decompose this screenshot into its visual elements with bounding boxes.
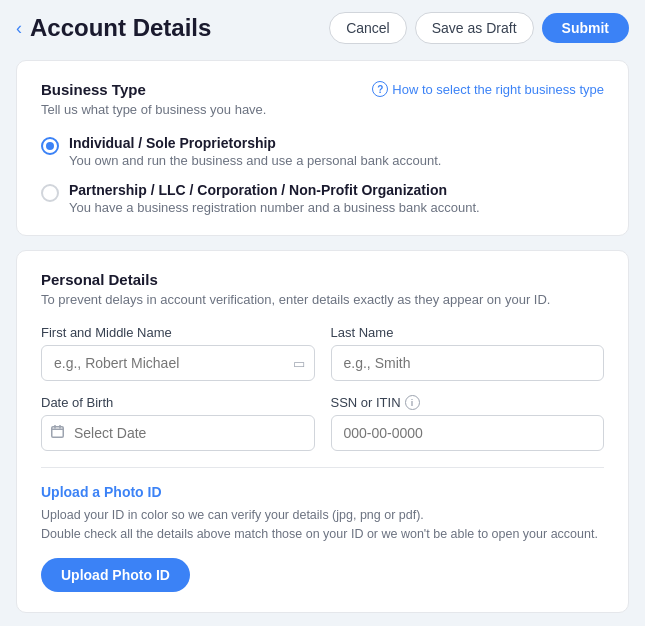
business-type-title: Business Type	[41, 81, 266, 98]
save-as-draft-button[interactable]: Save as Draft	[415, 12, 534, 44]
last-name-group: Last Name	[331, 325, 605, 381]
radio-llc-main: Partnership / LLC / Corporation / Non-Pr…	[69, 182, 480, 198]
last-name-label: Last Name	[331, 325, 605, 340]
ssn-label-row: SSN or ITIN i	[331, 395, 605, 410]
page-container: ‹ Account Details Cancel Save as Draft S…	[0, 0, 645, 626]
svg-rect-0	[52, 427, 64, 438]
last-name-input[interactable]	[331, 345, 605, 381]
business-type-subtitle: Tell us what type of business you have.	[41, 102, 266, 117]
business-type-card: Business Type Tell us what type of busin…	[16, 60, 629, 236]
ssn-info-icon: i	[405, 395, 420, 410]
personal-details-subtitle: To prevent delays in account verificatio…	[41, 292, 604, 307]
first-name-clear-icon: ▭	[293, 356, 305, 371]
dob-label: Date of Birth	[41, 395, 315, 410]
radio-option-llc[interactable]: Partnership / LLC / Corporation / Non-Pr…	[41, 182, 604, 215]
business-type-radio-group: Individual / Sole Proprietorship You own…	[41, 135, 604, 215]
header: ‹ Account Details Cancel Save as Draft S…	[16, 12, 629, 44]
ssn-group: SSN or ITIN i	[331, 395, 605, 451]
dob-input-wrapper	[41, 415, 315, 451]
radio-llc-sub: You have a business registration number …	[69, 200, 480, 215]
dob-ssn-row: Date of Birth SSN or ITIN	[41, 395, 604, 451]
upload-section-title: Upload a Photo ID	[41, 484, 604, 500]
first-name-label: First and Middle Name	[41, 325, 315, 340]
first-name-input-wrapper: ▭	[41, 345, 315, 381]
upload-description-line2: Double check all the details above match…	[41, 527, 598, 541]
business-type-header: Business Type Tell us what type of busin…	[41, 81, 604, 117]
name-row: First and Middle Name ▭ Last Name	[41, 325, 604, 381]
first-name-group: First and Middle Name ▭	[41, 325, 315, 381]
dob-input[interactable]	[41, 415, 315, 451]
radio-sole-main: Individual / Sole Proprietorship	[69, 135, 441, 151]
dob-group: Date of Birth	[41, 395, 315, 451]
header-left: ‹ Account Details	[16, 14, 211, 42]
radio-llc-label: Partnership / LLC / Corporation / Non-Pr…	[69, 182, 480, 215]
personal-details-title: Personal Details	[41, 271, 604, 288]
page-title: Account Details	[30, 14, 211, 42]
divider	[41, 467, 604, 468]
submit-button[interactable]: Submit	[542, 13, 629, 43]
personal-details-header: Personal Details To prevent delays in ac…	[41, 271, 604, 307]
radio-sole-circle[interactable]	[41, 137, 59, 155]
radio-llc-circle[interactable]	[41, 184, 59, 202]
upload-photo-id-button[interactable]: Upload Photo ID	[41, 558, 190, 592]
question-icon: ?	[372, 81, 388, 97]
business-type-title-group: Business Type Tell us what type of busin…	[41, 81, 266, 117]
calendar-icon	[51, 425, 64, 441]
radio-sole-label: Individual / Sole Proprietorship You own…	[69, 135, 441, 168]
upload-description: Upload your ID in color so we can verify…	[41, 506, 604, 544]
header-buttons: Cancel Save as Draft Submit	[329, 12, 629, 44]
first-name-input[interactable]	[41, 345, 315, 381]
ssn-input[interactable]	[331, 415, 605, 451]
back-button[interactable]: ‹	[16, 19, 22, 37]
help-link-label: How to select the right business type	[392, 82, 604, 97]
radio-option-sole[interactable]: Individual / Sole Proprietorship You own…	[41, 135, 604, 168]
ssn-label: SSN or ITIN	[331, 395, 401, 410]
help-link[interactable]: ? How to select the right business type	[372, 81, 604, 97]
cancel-button[interactable]: Cancel	[329, 12, 407, 44]
personal-details-card: Personal Details To prevent delays in ac…	[16, 250, 629, 613]
radio-sole-sub: You own and run the business and use a p…	[69, 153, 441, 168]
upload-description-line1: Upload your ID in color so we can verify…	[41, 508, 424, 522]
